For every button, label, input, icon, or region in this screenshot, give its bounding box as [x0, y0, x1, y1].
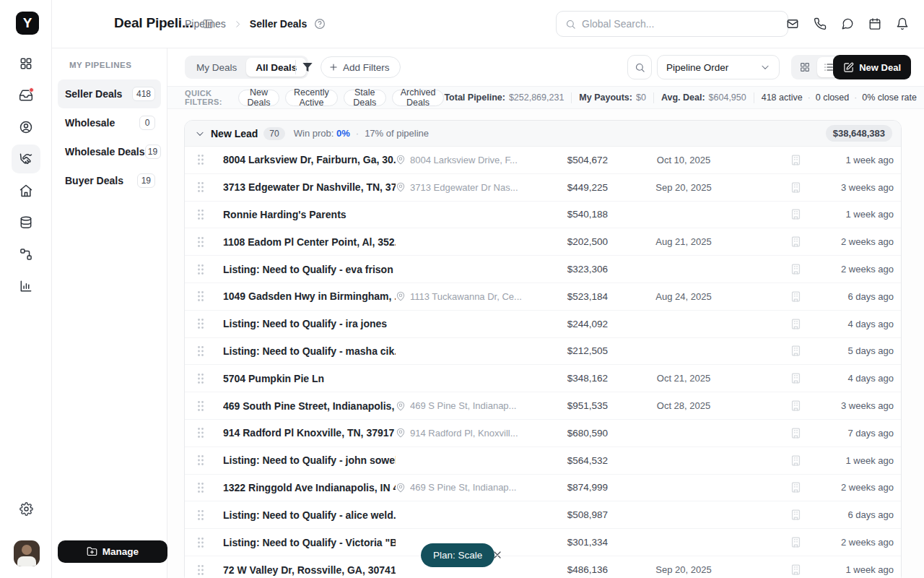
- deal-title[interactable]: 3713 Edgewater Dr Nashville, TN, 37...: [223, 181, 396, 193]
- sidebar-section-label: MY PIPELINES: [69, 61, 131, 69]
- stage-name: New Lead: [211, 128, 258, 139]
- rail-item-transactions[interactable]: [12, 208, 40, 237]
- deal-row[interactable]: Ronnie Harding's Parents$540,1881 week a…: [185, 202, 901, 229]
- deal-row[interactable]: 72 W Valley Dr, Rossville, GA, 30741$486…: [185, 556, 901, 578]
- rail-item-inbox[interactable]: [12, 81, 40, 110]
- drag-handle[interactable]: [196, 181, 206, 193]
- deal-title[interactable]: 469 South Pine Street, Indianapolis, ...: [223, 400, 396, 412]
- drag-handle[interactable]: [196, 454, 206, 466]
- drag-handle[interactable]: [196, 264, 206, 275]
- stage-group-header[interactable]: New Lead 70 Win prob: 0% · 17% of pipeli…: [185, 121, 901, 147]
- deal-row[interactable]: 8004 Larksview Dr, Fairburn, Ga, 30...80…: [185, 147, 901, 174]
- quick-filter-new-deals[interactable]: New Deals: [238, 90, 279, 106]
- manage-button[interactable]: Manage: [58, 540, 167, 563]
- settings-button[interactable]: [12, 494, 40, 523]
- deal-title[interactable]: Ronnie Harding's Parents: [223, 209, 396, 220]
- deal-title[interactable]: Listing: Need to Qualify - eva frison: [223, 264, 396, 275]
- add-filters-button[interactable]: Add Filters: [321, 56, 401, 78]
- quick-filter-stale-deals[interactable]: Stale Deals: [344, 90, 386, 106]
- deal-title[interactable]: 1322 Ringgold Ave Indianapolis, IN 4...: [223, 482, 396, 493]
- deal-age: 7 days ago: [832, 428, 894, 439]
- bell-button[interactable]: [894, 15, 911, 33]
- drag-handle[interactable]: [196, 236, 206, 248]
- help-icon[interactable]: [314, 18, 326, 30]
- properties-icon: [19, 184, 33, 198]
- new-deal-button[interactable]: New Deal: [833, 55, 911, 79]
- rail-item-dashboard[interactable]: [12, 49, 40, 78]
- breadcrumb-seller-deals: Seller Deals: [250, 18, 307, 30]
- deal-title[interactable]: 72 W Valley Dr, Rossville, GA, 30741: [223, 564, 396, 576]
- deal-title[interactable]: Listing: Need to Qualify - john sowell: [223, 454, 396, 466]
- deal-title[interactable]: 8004 Larksview Dr, Fairburn, Ga, 30...: [223, 154, 396, 165]
- list-search-button[interactable]: [627, 55, 652, 79]
- rail-item-automations[interactable]: [12, 240, 40, 269]
- drag-handle[interactable]: [196, 427, 206, 439]
- plan-badge: Plan: Scale: [421, 543, 494, 567]
- chat-button[interactable]: [839, 15, 856, 33]
- deal-title[interactable]: Listing: Need to Qualify - alice weld...: [223, 509, 396, 521]
- drag-handle[interactable]: [196, 290, 206, 302]
- deal-row[interactable]: Listing: Need to Qualify - alice weld...…: [185, 501, 901, 529]
- collapse-sidebar-button[interactable]: [202, 18, 214, 32]
- dot-separator: ·: [808, 92, 811, 103]
- filter-button[interactable]: [299, 59, 316, 75]
- app-logo[interactable]: Y: [16, 12, 39, 35]
- sidebar-item-wholesale[interactable]: Wholesale0: [58, 108, 161, 137]
- deal-row[interactable]: 3713 Edgewater Dr Nashville, TN, 37...37…: [185, 174, 901, 202]
- drag-handle[interactable]: [196, 345, 206, 357]
- deal-row[interactable]: 469 South Pine Street, Indianapolis, ...…: [185, 392, 901, 420]
- sidebar-item-buyer-deals[interactable]: Buyer Deals19: [58, 166, 161, 195]
- deal-type-cell: [759, 536, 832, 548]
- chevron-down-icon[interactable]: [195, 129, 205, 139]
- drag-handle[interactable]: [196, 564, 206, 576]
- rail-item-deals[interactable]: [12, 144, 40, 173]
- stat-label: Avg. Deal:: [661, 92, 705, 103]
- drag-handle[interactable]: [196, 537, 206, 548]
- deal-title[interactable]: 914 Radford Pl Knoxville, TN, 37917: [223, 427, 396, 439]
- grid-view-button[interactable]: [793, 57, 816, 77]
- deal-row[interactable]: Listing: Need to Qualify - masha cik...$…: [185, 338, 901, 366]
- global-search-input[interactable]: [582, 18, 779, 30]
- deal-title[interactable]: Listing: Need to Qualify - Victoria "B..…: [223, 537, 396, 548]
- drag-handle[interactable]: [196, 509, 206, 521]
- user-avatar[interactable]: [14, 540, 40, 566]
- calendar-icon: [868, 17, 881, 30]
- deal-title[interactable]: Listing: Need to Qualify - ira jones: [223, 318, 396, 329]
- tab-all-deals[interactable]: All Deals: [246, 58, 306, 77]
- sort-dropdown[interactable]: Pipeline Order: [657, 55, 780, 79]
- deal-title[interactable]: 5704 Pumpkin Pie Ln: [223, 373, 396, 384]
- drag-handle[interactable]: [196, 482, 206, 493]
- deal-value: $244,092: [528, 319, 608, 329]
- calendar-button[interactable]: [866, 15, 884, 33]
- quick-filter-archived-deals[interactable]: Archived Deals: [392, 90, 445, 106]
- rail-item-contacts[interactable]: [12, 113, 40, 142]
- plan-badge-close-button[interactable]: [491, 548, 504, 561]
- deal-row[interactable]: Listing: Need to Qualify - Victoria "B..…: [185, 529, 901, 556]
- deal-title[interactable]: 1108 Eadom Pl Center Point, Al, 352...: [223, 236, 396, 248]
- deal-age: 1 week ago: [832, 455, 894, 466]
- deal-row[interactable]: Listing: Need to Qualify - ira jones$244…: [185, 311, 901, 338]
- rail-item-analytics[interactable]: [12, 272, 40, 301]
- stat-0-closed: 0 closed: [816, 92, 850, 103]
- deal-title[interactable]: Listing: Need to Qualify - masha cik...: [223, 345, 396, 357]
- sidebar-item-seller-deals[interactable]: Seller Deals418: [58, 79, 161, 108]
- deal-row[interactable]: 5704 Pumpkin Pie Ln$348,162Oct 21, 20254…: [185, 365, 901, 392]
- phone-button[interactable]: [811, 15, 829, 33]
- deal-row[interactable]: 1049 Gadsden Hwy in Birmingham, ...1113 …: [185, 283, 901, 311]
- deal-title[interactable]: 1049 Gadsden Hwy in Birmingham, ...: [223, 290, 396, 302]
- deal-row[interactable]: Listing: Need to Qualify - eva frison$32…: [185, 256, 901, 283]
- deal-row[interactable]: 914 Radford Pl Knoxville, TN, 37917914 R…: [185, 420, 901, 447]
- sidebar-item-wholesale-deals[interactable]: Wholesale Deals19: [58, 137, 161, 166]
- drag-handle[interactable]: [196, 318, 206, 329]
- quick-filter-recently-active[interactable]: Recently Active: [285, 90, 338, 106]
- mail-button[interactable]: [784, 15, 801, 33]
- deal-row[interactable]: 1108 Eadom Pl Center Point, Al, 352...$2…: [185, 228, 901, 256]
- drag-handle[interactable]: [196, 373, 206, 384]
- rail-item-properties[interactable]: [12, 176, 40, 205]
- deal-row[interactable]: 1322 Ringgold Ave Indianapolis, IN 4...4…: [185, 475, 901, 502]
- drag-handle[interactable]: [196, 209, 206, 220]
- tab-my-deals[interactable]: My Deals: [187, 58, 246, 77]
- deal-row[interactable]: Listing: Need to Qualify - john sowell$5…: [185, 447, 901, 475]
- drag-handle[interactable]: [196, 400, 206, 412]
- drag-handle[interactable]: [196, 154, 206, 165]
